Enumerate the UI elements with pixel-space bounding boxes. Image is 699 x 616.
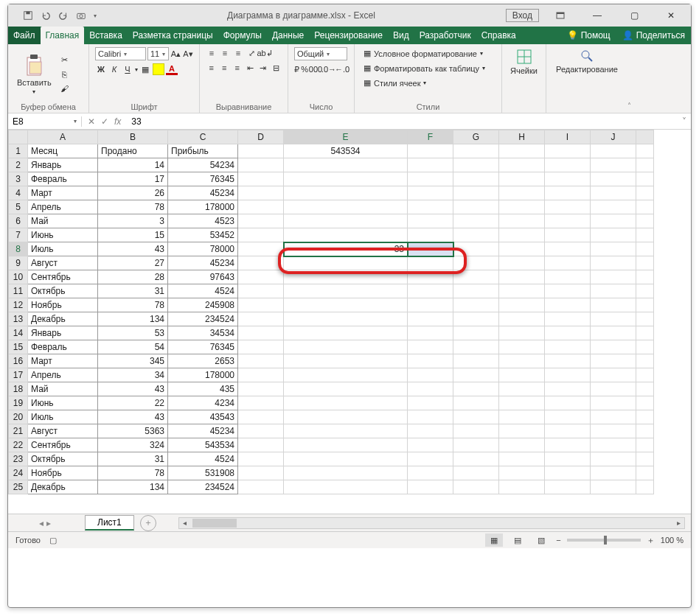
tab-nav-next-icon[interactable]: ▸ [46, 518, 51, 528]
tab-data[interactable]: Данные [267, 27, 309, 44]
dec-decimal-icon[interactable]: ←.0 [336, 63, 348, 75]
align-center-icon[interactable]: ≡ [219, 62, 231, 74]
page-break-view-icon[interactable]: ▧ [532, 533, 550, 547]
enter-formula-icon[interactable]: ✓ [101, 116, 108, 127]
tab-nav-prev-icon[interactable]: ◂ [39, 518, 44, 528]
name-box[interactable]: E8▾ [8, 116, 82, 127]
row-header-1[interactable]: 1 [9, 144, 28, 158]
font-size-combo[interactable]: 11▾ [147, 47, 169, 60]
indent-inc-icon[interactable]: ⇥ [257, 62, 269, 74]
row-header-25[interactable]: 25 [9, 480, 28, 494]
col-header-D[interactable]: D [238, 130, 284, 144]
shrink-font-icon[interactable]: A▾ [183, 48, 193, 60]
zoom-slider[interactable] [567, 539, 641, 542]
sheet-tab[interactable]: Лист1 [85, 515, 134, 531]
merge-icon[interactable]: ⊟ [271, 62, 282, 74]
row-header-16[interactable]: 16 [9, 354, 28, 368]
col-header-F[interactable]: F [408, 130, 453, 144]
row-header-22[interactable]: 22 [9, 438, 28, 452]
minimize-icon[interactable]: — [582, 5, 613, 26]
ribbon-display-icon[interactable] [545, 5, 576, 26]
row-header-3[interactable]: 3 [9, 172, 28, 186]
align-bottom-icon[interactable]: ≡ [232, 47, 244, 59]
expand-formula-icon[interactable]: ˅ [678, 116, 691, 127]
align-middle-icon[interactable]: ≡ [219, 47, 231, 59]
paste-button[interactable]: Вставить ▾ [14, 52, 55, 97]
percent-icon[interactable]: % [301, 63, 308, 75]
col-header-E[interactable]: E [284, 130, 408, 144]
tab-formulas[interactable]: Формулы [218, 27, 267, 44]
row-header-10[interactable]: 10 [9, 270, 28, 284]
cell-styles-button[interactable]: ▦Стили ячеек▾ [361, 77, 501, 89]
row-header-20[interactable]: 20 [9, 410, 28, 424]
cells-button[interactable]: Ячейки [508, 47, 540, 77]
bold-button[interactable]: Ж [95, 63, 107, 75]
fill-color-icon[interactable] [153, 63, 164, 75]
share-button[interactable]: 👤Поделиться [616, 30, 691, 41]
normal-view-icon[interactable]: ▦ [485, 533, 503, 547]
align-top-icon[interactable]: ≡ [206, 47, 218, 59]
row-header-5[interactable]: 5 [9, 200, 28, 214]
currency-icon[interactable]: ₽ [294, 63, 299, 75]
format-as-table-button[interactable]: ▦Форматировать как таблицу▾ [361, 62, 501, 74]
maximize-icon[interactable]: ▢ [619, 5, 650, 26]
underline-button[interactable]: Ч [122, 63, 133, 75]
row-header-7[interactable]: 7 [9, 228, 28, 242]
row-header-8[interactable]: 8 [9, 242, 28, 256]
italic-button[interactable]: К [108, 63, 120, 75]
tab-view[interactable]: Вид [388, 27, 414, 44]
orientation-icon[interactable]: ⤢ [246, 47, 257, 59]
row-header-21[interactable]: 21 [9, 424, 28, 438]
row-header-12[interactable]: 12 [9, 298, 28, 312]
undo-icon[interactable] [41, 10, 51, 21]
format-painter-icon[interactable]: 🖌 [59, 83, 71, 94]
tab-insert[interactable]: Вставка [84, 27, 128, 44]
col-header-I[interactable]: I [545, 130, 591, 144]
row-header-9[interactable]: 9 [9, 256, 28, 270]
font-name-combo[interactable]: Calibri▾ [95, 47, 146, 60]
row-header-18[interactable]: 18 [9, 382, 28, 396]
select-all-corner[interactable] [9, 130, 28, 144]
row-header-4[interactable]: 4 [9, 186, 28, 200]
copy-icon[interactable]: ⎘ [59, 69, 71, 80]
row-header-6[interactable]: 6 [9, 214, 28, 228]
new-sheet-button[interactable]: ＋ [140, 515, 156, 531]
row-header-15[interactable]: 15 [9, 340, 28, 354]
collapse-ribbon-icon[interactable]: ˄ [627, 44, 642, 113]
font-color-icon[interactable]: A [166, 63, 178, 75]
col-header-G[interactable]: G [453, 130, 499, 144]
inc-decimal-icon[interactable]: .0→ [323, 63, 335, 75]
tab-developer[interactable]: Разработчик [414, 27, 476, 44]
close-icon[interactable]: ✕ [655, 5, 686, 26]
comma-icon[interactable]: 000 [310, 63, 321, 75]
wrap-text-icon[interactable]: ab↲ [259, 47, 271, 59]
macro-record-icon[interactable]: ▢ [49, 536, 57, 545]
zoom-out-icon[interactable]: − [556, 536, 560, 545]
row-header-2[interactable]: 2 [9, 158, 28, 172]
tab-help[interactable]: Справка [476, 27, 521, 44]
redo-icon[interactable] [58, 10, 69, 21]
col-header-J[interactable]: J [591, 130, 636, 144]
row-header-19[interactable]: 19 [9, 396, 28, 410]
row-header-24[interactable]: 24 [9, 466, 28, 480]
col-header-C[interactable]: C [168, 130, 238, 144]
conditional-format-button[interactable]: ▦Условное форматирование▾ [361, 47, 501, 60]
cancel-formula-icon[interactable]: ✕ [88, 116, 95, 127]
align-left-icon[interactable]: ≡ [206, 62, 218, 74]
zoom-in-icon[interactable]: ＋ [647, 535, 655, 546]
save-icon[interactable] [23, 10, 33, 21]
row-header-11[interactable]: 11 [9, 284, 28, 298]
editing-button[interactable]: Редактирование [552, 47, 622, 75]
horizontal-scrollbar[interactable]: ◂▸ [178, 517, 685, 529]
fx-icon[interactable]: fx [114, 116, 121, 127]
page-layout-view-icon[interactable]: ▤ [509, 533, 526, 547]
row-header-23[interactable]: 23 [9, 452, 28, 466]
worksheet-grid[interactable]: ABCDEFGHIJ1МесяцПроданоПрибыль5435342Янв… [8, 130, 691, 514]
col-header-A[interactable]: A [28, 130, 98, 144]
borders-icon[interactable]: ▦ [139, 63, 151, 75]
tab-layout[interactable]: Разметка страницы [128, 27, 218, 44]
tab-home[interactable]: Главная [41, 27, 85, 44]
cut-icon[interactable]: ✂ [59, 55, 71, 66]
formula-input[interactable]: 33 [127, 116, 678, 127]
signin-button[interactable]: Вход [506, 9, 539, 22]
